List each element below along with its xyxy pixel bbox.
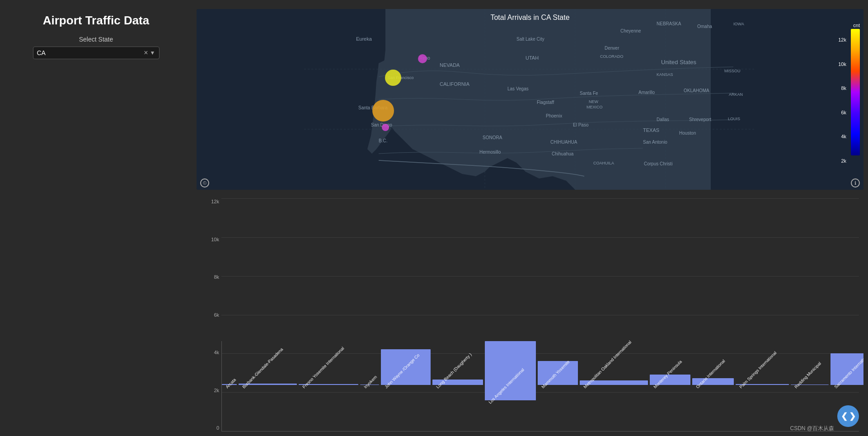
svg-text:Eureka: Eureka [356,36,372,42]
bar-label-wrapper: John Wayne /Orange Co [381,386,431,431]
bar-group: Monterey Peninsula [650,341,690,431]
legend-ticks: 12k 10k 8k 6k 4k 2k [838,37,846,164]
grid-line-10k [221,237,859,238]
chart-section: 0 2k 4k 6k 8k 10k 12k [197,194,863,431]
map-attribution-left: © [200,178,209,188]
bar-group: Fresno Yosemite International [299,341,358,431]
bar-label-wrapper: Long Beach (Daugherty ) [432,386,483,431]
map-section: Total Arrivals in CA State [197,9,863,190]
y-axis: 0 2k 4k 6k 8k 10k 12k [197,199,221,431]
bar-label: Palm Springs International [738,350,778,389]
svg-text:Corpus Christi: Corpus Christi [644,161,672,166]
dropdown-arrow-icon[interactable]: ▼ [150,50,155,56]
bar-label-wrapper: Palm Springs International [736,386,788,431]
svg-text:Shreveport: Shreveport [689,117,711,122]
y-tick-10k: 10k [211,237,219,242]
svg-text:MISSOU: MISSOU [724,69,741,73]
svg-text:NEVADA: NEVADA [440,62,460,68]
bar-group: Long Beach (Daugherty ) [432,341,483,431]
bar-group: Ontario International [692,341,734,431]
bar-group: Los Angeles International [485,341,536,431]
svg-point-49 [385,70,401,86]
y-tick-8k: 8k [214,274,219,280]
bar-label: Arcata [225,377,237,389]
sidebar: Airport Traffic Data Select State × ▼ [0,0,192,436]
svg-text:CALIFORNIA: CALIFORNIA [440,81,470,87]
svg-text:Phoenix: Phoenix [546,113,562,118]
bar-group: Palm Springs International [736,341,788,431]
svg-text:IOWA: IOWA [733,22,744,26]
clear-icon[interactable]: × [144,49,148,57]
bar-group: Inyokem [360,341,379,431]
svg-text:UTAH: UTAH [525,55,539,61]
bar[interactable] [830,353,863,385]
y-tick-4k: 4k [214,350,219,355]
svg-text:SONORA: SONORA [483,135,502,140]
svg-text:Hermosillo: Hermosillo [479,150,501,155]
grid-line-12k [221,198,859,199]
watermark: CSDN @百木从森 [790,425,834,432]
svg-text:El Paso: El Paso [573,122,589,127]
map-svg: Eureka Reno Salt Lake City Cheyenne NEBR… [197,9,863,190]
svg-text:Santa Fe: Santa Fe [580,91,598,96]
svg-text:B.C.: B.C. [379,138,387,143]
svg-point-50 [418,54,427,63]
page-title: Airport Traffic Data [43,14,150,28]
bar-label-wrapper: Redding Municipal [791,386,829,431]
grid-line-6k [221,315,859,315]
bar-label: Inyokem [363,375,378,389]
chart-wrapper: 0 2k 4k 6k 8k 10k 12k [197,194,863,431]
svg-text:San Antonio: San Antonio [643,140,667,145]
legend-tick-6k: 6k [838,110,846,115]
svg-text:MEXICO: MEXICO [586,105,603,109]
legend-tick-10k: 10k [838,61,846,67]
nav-button[interactable]: ❮ ❯ [837,405,859,427]
svg-text:Las Vegas: Las Vegas [507,86,529,91]
bar-label-wrapper: Monterey Peninsula [650,386,690,431]
svg-text:Salt Lake City: Salt Lake City [516,37,544,42]
bar-label-wrapper: Arcata [222,386,237,431]
state-select-label: Select State [79,36,113,43]
state-select-wrapper[interactable]: × ▼ [33,47,160,59]
map-background: Eureka Reno Salt Lake City Cheyenne NEBR… [197,9,863,190]
svg-point-52 [382,124,389,131]
chart-area: 0 2k 4k 6k 8k 10k 12k [197,194,863,431]
svg-text:TEXAS: TEXAS [643,127,659,133]
bar-label-wrapper: Mammoth Yosemite [538,386,578,431]
svg-text:Chihuahua: Chihuahua [552,151,574,156]
bar-group: Arcata [222,341,237,431]
left-chevron-icon: ❮ [841,411,848,421]
y-tick-2k: 2k [214,388,219,393]
bar-label-wrapper: Los Angeles International [485,401,536,431]
svg-text:Houston: Houston [679,131,696,136]
bar-label-wrapper: Inyokem [360,386,379,431]
bar-group: Mammoth Yosemite [538,341,578,431]
legend-tick-12k: 12k [838,37,846,42]
svg-text:LOUIS: LOUIS [728,117,740,121]
bar-label-wrapper: Fresno Yosemite International [299,386,358,431]
map-title: Total Arrivals in CA State [490,14,569,22]
bar[interactable] [485,341,536,400]
svg-text:San Diego: San Diego [371,122,392,127]
grid-line-8k [221,276,859,277]
svg-text:Omaha: Omaha [697,24,712,29]
y-tick-12k: 12k [211,199,219,204]
legend-tick-2k: 2k [838,158,846,164]
bar-group: Metropolitan Oakland International [580,341,648,431]
bar-label-wrapper: Metropolitan Oakland International [580,386,648,431]
svg-text:COLORADO: COLORADO [600,54,624,59]
svg-text:OKLAHOMA: OKLAHOMA [684,88,709,93]
bars-container: ArcataBurbank-Glendale-PasadenaFresno Yo… [221,341,859,431]
svg-text:NEBRASKA: NEBRASKA [657,21,681,26]
legend-label: cnt [853,23,860,28]
right-chevron-icon: ❯ [849,411,856,421]
bar-group: John Wayne /Orange Co [381,341,431,431]
svg-text:Denver: Denver [605,46,619,51]
state-input[interactable] [37,49,144,56]
bar-label: Redding Municipal [793,361,822,389]
svg-text:COAHUILA: COAHUILA [593,161,614,165]
bar-group: Burbank-Glendale-Pasadena [239,341,297,431]
y-tick-0: 0 [216,425,219,431]
bar-label-wrapper: Ontario International [692,386,734,431]
bar-label: Fresno Yosemite International [301,346,345,389]
